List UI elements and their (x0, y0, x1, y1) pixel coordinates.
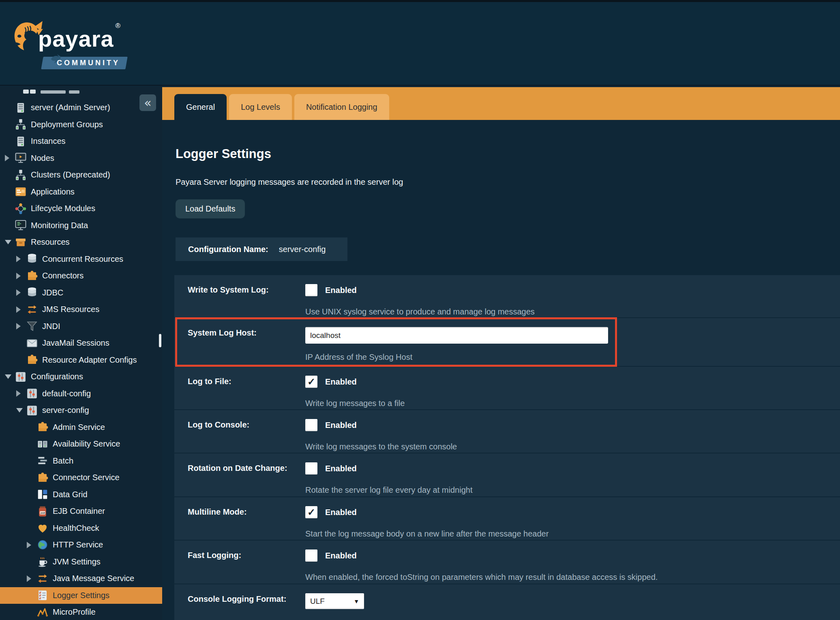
sidebar-navigation: server (Admin Server)Deployment GroupsIn… (0, 87, 162, 620)
field-label-multiline-mode: Multiline Mode: (188, 506, 305, 540)
collapse-arrow-icon[interactable] (16, 408, 23, 413)
sidebar-item-data-grid[interactable]: Data Grid (0, 486, 162, 503)
field-control-log-to-file: ✓EnabledWrite log messages to a file (305, 376, 840, 409)
collapse-arrow-icon[interactable] (5, 240, 11, 244)
globe-icon (36, 539, 49, 551)
payara-logo: payara® COMMUNITY (11, 9, 133, 74)
payara-admin-console: payara® COMMUNITY server (Admin Server)D… (0, 0, 840, 620)
collapse-arrow-icon[interactable] (5, 374, 11, 379)
rotation-on-date-change-checkbox[interactable] (305, 462, 317, 475)
puzzle-icon (36, 421, 49, 433)
configuration-name-value: server-config (279, 245, 326, 254)
field-description: Use UNIX syslog service to produce and m… (305, 307, 840, 316)
envelope-icon (26, 337, 38, 349)
navigation-tree: server (Admin Server)Deployment GroupsIn… (0, 99, 162, 620)
sidebar-item-monitoring-data[interactable]: Monitoring Data (0, 217, 162, 234)
field-label-log-to-file: Log to File: (188, 376, 305, 409)
tab-general[interactable]: General (174, 94, 227, 120)
sidebar-item-deployment-groups[interactable]: Deployment Groups (0, 116, 162, 133)
puzzle-icon (26, 354, 38, 366)
console-logging-format-select[interactable]: ULF▼ (305, 593, 364, 609)
sidebar-item-server-config[interactable]: server-config (0, 402, 162, 419)
sidebar-item-label: Data Grid (53, 490, 88, 499)
load-defaults-button[interactable]: Load Defaults (176, 199, 245, 218)
system-log-host-input[interactable] (305, 327, 608, 344)
sidebar-item-label: Concurrent Resources (42, 254, 123, 264)
sidebar-item-connector-service[interactable]: Connector Service (0, 469, 162, 486)
multiline-mode-checkbox[interactable]: ✓ (305, 506, 317, 518)
sidebar-item-resources[interactable]: Resources (0, 234, 162, 251)
fast-logging-checkbox[interactable] (305, 549, 317, 562)
expand-arrow-icon[interactable] (16, 273, 21, 279)
sidebar-item-availability-service[interactable]: Availability Service (0, 436, 162, 453)
sidebar-item-connectors[interactable]: Connectors (0, 267, 162, 284)
field-description: Rotate the server log file every day at … (305, 485, 840, 495)
field-description: Write log messages to a file (305, 399, 840, 408)
clipped-tree-item (0, 87, 162, 96)
expand-arrow-icon[interactable] (16, 289, 21, 296)
field-label-write-to-system-log: Write to System Log: (188, 284, 305, 317)
sidebar-item-javamail-sessions[interactable]: JavaMail Sessions (0, 335, 162, 352)
sidebar-item-jvm-settings[interactable]: JVM Settings (0, 554, 162, 571)
sidebar-item-ejb-container[interactable]: JAREJB Container (0, 503, 162, 520)
sidebar-item-server-admin-server[interactable]: server (Admin Server) (0, 99, 162, 116)
sidebar-item-logger-settings[interactable]: Logger Settings (0, 587, 162, 604)
write-to-system-log-checkbox[interactable] (305, 284, 317, 296)
sidebar-item-resource-adapter-configs[interactable]: Resource Adapter Configs (0, 352, 162, 369)
sidebar-item-applications[interactable]: Applications (0, 184, 162, 201)
sidebar-item-label: Java Message Service (53, 574, 134, 583)
sliders-icon (15, 371, 27, 383)
sidebar-item-admin-service[interactable]: Admin Service (0, 419, 162, 436)
lifecycle-icon (15, 203, 27, 215)
expand-arrow-icon[interactable] (27, 542, 31, 548)
log-to-console-checkbox[interactable] (305, 419, 317, 431)
page-title: Logger Settings (176, 147, 840, 161)
sidebar-item-jms-resources[interactable]: JMS Resources (0, 301, 162, 318)
sidebar-item-healthcheck[interactable]: HealthCheck (0, 520, 162, 537)
log-to-file-checkbox[interactable]: ✓ (305, 376, 317, 388)
sliders-icon (26, 404, 38, 417)
field-control-system-log-host: IP Address of the Syslog Host (305, 327, 840, 366)
registered-mark-icon: ® (116, 22, 121, 30)
form-row-console-logging-format: Console Logging Format:ULF▼Format for lo… (174, 584, 840, 620)
expand-arrow-icon[interactable] (27, 575, 31, 582)
collapse-sidebar-button[interactable]: « (139, 94, 156, 111)
expand-arrow-icon[interactable] (16, 323, 21, 329)
sidebar-item-jndi[interactable]: JNDI (0, 318, 162, 335)
sidebar-item-java-message-service[interactable]: Java Message Service (0, 570, 162, 587)
app-window-icon (15, 186, 27, 198)
expand-arrow-icon[interactable] (16, 306, 21, 313)
monitoring-icon (15, 219, 27, 231)
sidebar-item-instances[interactable]: Instances (0, 133, 162, 150)
expand-arrow-icon[interactable] (16, 256, 21, 262)
sidebar-item-microprofile[interactable]: MicroProfile (0, 604, 162, 620)
sidebar-item-nodes[interactable]: Nodes (0, 150, 162, 167)
app-header: payara® COMMUNITY (0, 2, 840, 86)
sidebar-item-configurations[interactable]: Configurations (0, 368, 162, 385)
sidebar-item-default-config[interactable]: default-config (0, 385, 162, 402)
tab-log-levels[interactable]: Log Levels (229, 94, 292, 120)
sidebar-scrollbar-thumb[interactable] (159, 334, 161, 347)
sidebar-item-label: Instances (31, 137, 66, 146)
enabled-label: Enabled (325, 286, 357, 295)
sidebar-item-concurrent-resources[interactable]: Concurrent Resources (0, 251, 162, 268)
expand-arrow-icon[interactable] (5, 155, 9, 161)
sidebar-item-label: Connectors (42, 271, 84, 280)
logger-settings-page: Logger Settings Payara Server logging me… (162, 120, 840, 620)
sidebar-item-jdbc[interactable]: JDBC (0, 284, 162, 301)
sidebar-item-clusters-deprecated[interactable]: Clusters (Deprecated) (0, 167, 162, 184)
puzzle-icon (26, 270, 38, 282)
arrows-icon (36, 573, 49, 585)
sidebar-item-label: JVM Settings (53, 557, 101, 567)
field-control-rotation-on-date-change: EnabledRotate the server log file every … (305, 462, 840, 496)
expand-arrow-icon[interactable] (16, 390, 21, 397)
field-description: When enabled, the forced toString on par… (305, 573, 840, 582)
tab-notification-logging[interactable]: Notification Logging (294, 94, 389, 120)
sidebar-item-http-service[interactable]: HTTP Service (0, 537, 162, 554)
brand-name: payara® (38, 26, 119, 52)
sidebar-item-lifecycle-modules[interactable]: Lifecycle Modules (0, 200, 162, 217)
jar-icon: JAR (36, 505, 49, 517)
datagrid-icon (36, 488, 49, 500)
field-label-system-log-host: System Log Host: (188, 327, 305, 366)
sidebar-item-batch[interactable]: Batch (0, 453, 162, 470)
